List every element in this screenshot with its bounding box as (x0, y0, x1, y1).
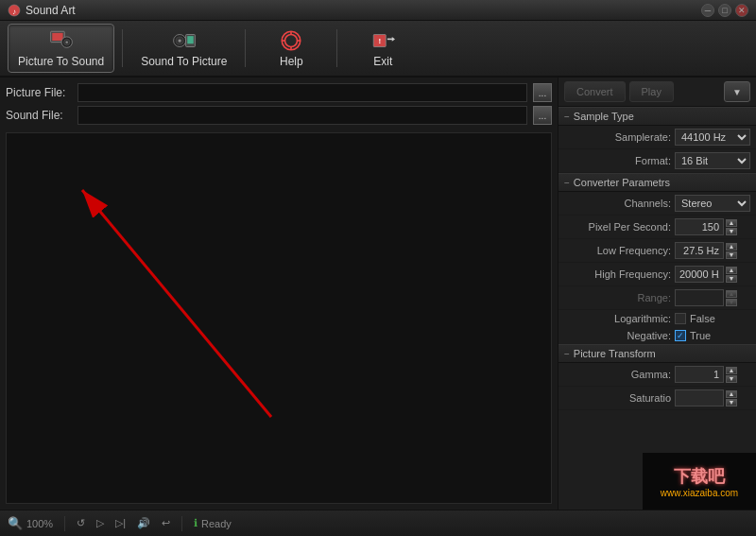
negative-checkbox[interactable]: ✓ (675, 330, 686, 341)
status-divider-2 (181, 516, 182, 531)
status-bar: 🔍 100% ↺ ▷ ▷| 🔊 ↩ ℹ Ready (0, 510, 756, 536)
samplerate-select[interactable]: 44100 Hz 22050 Hz 48000 Hz (675, 129, 750, 146)
skip-status[interactable]: ▷| (115, 517, 126, 529)
play-status[interactable]: ▷ (96, 517, 104, 529)
toolbar-sep-2 (245, 29, 246, 67)
sample-type-title: Sample Type (574, 111, 634, 122)
converter-params-section-header: − Converter Parametrs (558, 173, 756, 192)
sound-to-picture-button[interactable]: Sound To Picture (130, 24, 237, 73)
zoom-icon: 🔍 (8, 516, 23, 530)
range-spin-up[interactable]: ▲ (726, 290, 737, 298)
sound-file-label: Sound File: (6, 109, 72, 122)
saturation-input[interactable] (675, 389, 724, 406)
high-freq-input[interactable] (675, 266, 724, 283)
convert-button[interactable]: Convert (564, 81, 626, 102)
loop-status[interactable]: ↩ (162, 517, 170, 529)
saturation-row: Saturatio ▲ ▼ (558, 387, 756, 410)
format-value: 16 Bit 8 Bit 24 Bit 32 Bit (675, 152, 750, 169)
svg-text:♪: ♪ (12, 8, 16, 16)
picture-transform-collapse-icon[interactable]: − (564, 349, 570, 359)
pps-spin-up[interactable]: ▲ (726, 219, 737, 227)
toolbar-sep-3 (336, 29, 337, 67)
help-button[interactable]: Help (253, 24, 329, 73)
watermark-text-2: www.xiazaiba.com (661, 488, 738, 498)
sample-type-collapse-icon[interactable]: − (564, 112, 570, 122)
picture-to-sound-label: Picture To Sound (18, 55, 104, 68)
low-freq-spin-down[interactable]: ▼ (726, 251, 737, 259)
undo-icon: ↺ (77, 517, 85, 529)
negative-row: Negative: ✓ True (558, 327, 756, 344)
format-select[interactable]: 16 Bit 8 Bit 24 Bit 32 Bit (675, 152, 750, 169)
high-freq-label: High Frequency: (564, 268, 671, 280)
logarithmic-label: Logarithmic: (564, 313, 671, 324)
sound-browse-button[interactable]: ... (533, 106, 552, 125)
help-label: Help (280, 55, 303, 68)
low-freq-spin-up[interactable]: ▲ (726, 243, 737, 251)
watermark-text-1: 下载吧 (674, 465, 725, 488)
converter-params-collapse-icon[interactable]: − (564, 178, 570, 188)
negative-text: True (690, 330, 711, 341)
svg-line-23 (82, 190, 271, 417)
gamma-label: Gamma: (564, 369, 671, 380)
picture-file-input[interactable] (77, 83, 527, 102)
title-bar-controls[interactable]: ─ □ ✕ (701, 4, 748, 17)
volume-status[interactable]: 🔊 (137, 517, 150, 529)
pps-spin: ▲ ▼ (726, 219, 737, 235)
picture-to-sound-button[interactable]: Picture To Sound (8, 24, 114, 73)
high-freq-spin-up[interactable]: ▲ (726, 267, 737, 274)
sound-file-input[interactable] (77, 106, 527, 125)
skip-icon: ▷| (115, 517, 126, 529)
saturation-spin-up[interactable]: ▲ (726, 390, 737, 398)
volume-icon: 🔊 (137, 517, 150, 529)
sample-type-section-header: − Sample Type (558, 107, 756, 126)
minimize-button[interactable]: ─ (701, 4, 714, 17)
channels-row: Channels: Stereo Mono (558, 192, 756, 216)
close-button[interactable]: ✕ (735, 4, 748, 17)
gamma-spin-up[interactable]: ▲ (726, 367, 737, 374)
logarithmic-checkbox[interactable] (675, 313, 686, 324)
ready-text: Ready (201, 518, 232, 529)
pps-input[interactable] (675, 218, 724, 235)
exit-button[interactable]: ! Exit (345, 24, 421, 73)
title-bar: ♪ Sound Art ─ □ ✕ (0, 0, 756, 21)
samplerate-row: Samplerate: 44100 Hz 22050 Hz 48000 Hz (558, 126, 756, 149)
low-freq-label: Low Frequency: (564, 245, 671, 256)
svg-marker-21 (392, 37, 395, 42)
zoom-status: 🔍 100% (8, 516, 53, 530)
svg-text:!: ! (379, 37, 382, 45)
range-row: Range: ▲ ▼ (558, 286, 756, 310)
picture-file-row: Picture File: ... (6, 83, 552, 102)
gamma-spin-down[interactable]: ▼ (726, 375, 737, 383)
toolbar-sep-1 (122, 29, 123, 67)
samplerate-value: 44100 Hz 22050 Hz 48000 Hz (675, 129, 750, 146)
pps-spin-down[interactable]: ▼ (726, 228, 737, 235)
sound-to-picture-icon (169, 28, 199, 53)
undo-status[interactable]: ↺ (77, 517, 85, 529)
format-row: Format: 16 Bit 8 Bit 24 Bit 32 Bit (558, 149, 756, 173)
exit-label: Exit (373, 55, 392, 68)
channels-select[interactable]: Stereo Mono (675, 195, 750, 212)
picture-browse-button[interactable]: ... (533, 83, 552, 102)
range-spin-down[interactable]: ▼ (726, 299, 737, 306)
svg-rect-3 (52, 33, 62, 41)
main-area: Picture File: ... Sound File: ... (0, 78, 756, 510)
settings-button[interactable]: ▼ (724, 81, 750, 102)
picture-to-sound-icon (46, 28, 77, 53)
picture-file-label: Picture File: (6, 86, 72, 99)
range-input[interactable] (675, 289, 724, 306)
saturation-spin: ▲ ▼ (726, 390, 737, 406)
gamma-value: ▲ ▼ (675, 366, 750, 383)
maximize-button[interactable]: □ (718, 4, 731, 17)
saturation-value: ▲ ▼ (675, 389, 750, 406)
gamma-input[interactable] (675, 366, 724, 383)
sound-file-row: Sound File: ... (6, 106, 552, 125)
high-freq-spin-down[interactable]: ▼ (726, 275, 737, 283)
saturation-label: Saturatio (564, 392, 671, 404)
play-button[interactable]: Play (629, 81, 674, 102)
saturation-spin-down[interactable]: ▼ (726, 399, 737, 406)
samplerate-label: Samplerate: (564, 131, 671, 143)
channels-value: Stereo Mono (675, 195, 750, 212)
low-freq-input[interactable] (675, 242, 724, 259)
picture-transform-section-header: − Picture Transform (558, 344, 756, 363)
logarithmic-row: Logarithmic: False (558, 310, 756, 327)
